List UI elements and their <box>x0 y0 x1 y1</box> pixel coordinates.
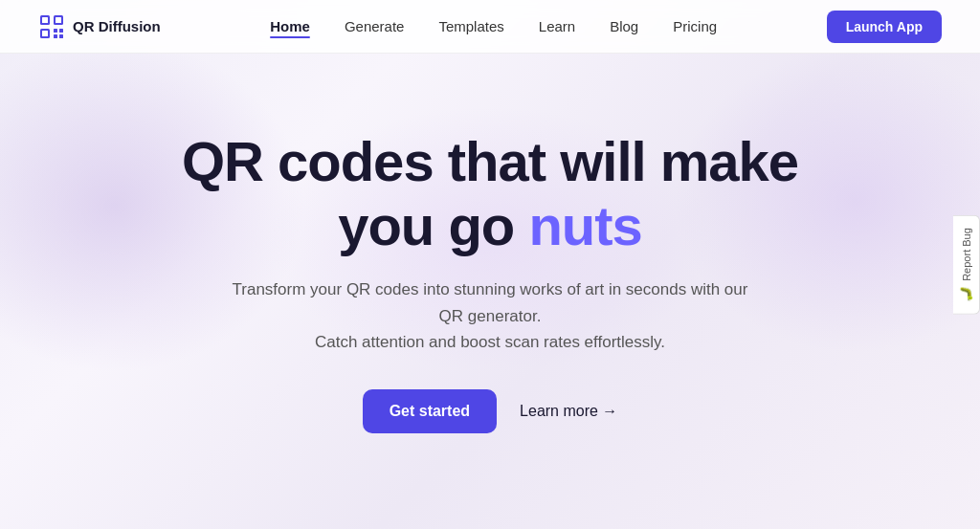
logo-link[interactable]: QR Diffusion <box>38 13 161 40</box>
hero-actions: Get started Learn more → <box>363 389 618 433</box>
hero-title-line1: QR codes that will make <box>182 130 798 192</box>
get-started-button[interactable]: Get started <box>363 389 497 433</box>
nav-link-blog[interactable]: Blog <box>610 18 638 34</box>
svg-rect-3 <box>56 17 61 23</box>
nav-links: Home Generate Templates Learn Blog Prici… <box>270 18 717 35</box>
nav-link-learn[interactable]: Learn <box>539 18 575 34</box>
hero-subtitle-line2: Catch attention and boost scan rates eff… <box>315 333 665 351</box>
nav-link-generate[interactable]: Generate <box>345 18 405 34</box>
nav-item-templates[interactable]: Templates <box>438 18 503 35</box>
svg-rect-9 <box>59 34 63 38</box>
bug-icon: 🐛 <box>959 286 973 301</box>
nav-link-pricing[interactable]: Pricing <box>673 18 717 34</box>
launch-app-button[interactable]: Launch App <box>827 11 942 43</box>
hero-subtitle-line1: Transform your QR codes into stunning wo… <box>233 280 748 324</box>
report-bug-wrapper: 🐛 Report Bug <box>953 215 980 315</box>
nav-link-templates[interactable]: Templates <box>438 18 503 34</box>
nav-item-learn[interactable]: Learn <box>539 18 575 35</box>
nav-item-pricing[interactable]: Pricing <box>673 18 717 35</box>
svg-rect-5 <box>42 31 48 36</box>
nav-item-generate[interactable]: Generate <box>345 18 405 35</box>
nav-item-blog[interactable]: Blog <box>610 18 638 35</box>
learn-more-button[interactable]: Learn more → <box>520 403 617 420</box>
svg-rect-6 <box>54 29 57 33</box>
svg-rect-1 <box>42 17 48 23</box>
hero-section: QR codes that will make you go nuts Tran… <box>0 54 980 433</box>
nav-item-home[interactable]: Home <box>270 18 310 35</box>
brand-name: QR Diffusion <box>73 18 161 34</box>
navbar: QR Diffusion Home Generate Templates Lea… <box>0 0 980 54</box>
svg-rect-8 <box>54 34 57 38</box>
svg-rect-7 <box>59 29 63 33</box>
hero-subtitle: Transform your QR codes into stunning wo… <box>232 276 748 355</box>
hero-title-highlight: nuts <box>528 194 641 256</box>
logo-icon <box>38 13 65 40</box>
report-bug-label: Report Bug <box>961 228 972 281</box>
hero-title: QR codes that will make you go nuts <box>182 130 798 257</box>
nav-link-home[interactable]: Home <box>270 18 310 34</box>
hero-title-line2-plain: you go <box>338 194 528 256</box>
report-bug-button[interactable]: 🐛 Report Bug <box>953 215 980 315</box>
